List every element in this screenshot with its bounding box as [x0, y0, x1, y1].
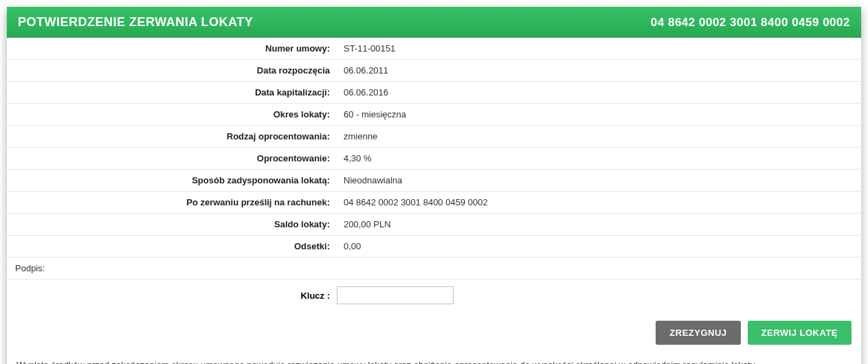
- value-interest: 0,00: [337, 236, 861, 257]
- row-start-date: Data rozpoczęcia 06.06.2011: [7, 60, 861, 82]
- label-balance: Saldo lokaty:: [7, 214, 337, 235]
- value-transfer-to: 04 8642 0002 3001 8400 0459 0002: [337, 192, 861, 213]
- row-deposit-period: Okres lokaty: 60 - miesięczna: [7, 104, 861, 126]
- row-contract-number: Numer umowy: ST-11-00151: [7, 38, 861, 60]
- row-disposal: Sposób zadysponowania lokatą: Nieodnawia…: [7, 170, 861, 192]
- label-deposit-period: Okres lokaty:: [7, 104, 337, 125]
- value-start-date: 06.06.2011: [337, 60, 861, 81]
- label-capitalization-date: Data kapitalizacji:: [7, 82, 337, 103]
- cancel-button[interactable]: ZREZYGNUJ: [656, 321, 740, 345]
- row-balance: Saldo lokaty: 200,00 PLN: [7, 214, 861, 236]
- row-key: Klucz :: [7, 280, 861, 317]
- panel-title: POTWIERDZENIE ZERWANIA LOKATY: [18, 15, 253, 30]
- actions-bar: ZREZYGNUJ ZERWIJ LOKATĘ: [7, 317, 861, 354]
- signature-label: Podpis:: [7, 258, 861, 280]
- label-interest: Odsetki:: [7, 236, 337, 257]
- value-disposal: Nieodnawialna: [337, 170, 861, 191]
- row-transfer-to: Po zerwaniu prześlij na rachunek: 04 864…: [7, 192, 861, 214]
- label-transfer-to: Po zerwaniu prześlij na rachunek:: [7, 192, 337, 213]
- value-rate-type: zmienne: [337, 126, 861, 147]
- label-key: Klucz :: [7, 291, 337, 301]
- label-contract-number: Numer umowy:: [7, 38, 337, 59]
- details-section: Numer umowy: ST-11-00151 Data rozpoczęci…: [7, 38, 861, 317]
- label-start-date: Data rozpoczęcia: [7, 60, 337, 81]
- value-balance: 200,00 PLN: [337, 214, 861, 235]
- value-deposit-period: 60 - miesięczna: [337, 104, 861, 125]
- row-rate-type: Rodzaj oprocentowania: zmienne: [7, 126, 861, 148]
- panel-header: POTWIERDZENIE ZERWANIA LOKATY 04 8642 00…: [7, 7, 861, 38]
- row-interest: Odsetki: 0,00: [7, 236, 861, 258]
- label-disposal: Sposób zadysponowania lokatą:: [7, 170, 337, 191]
- value-contract-number: ST-11-00151: [337, 38, 861, 59]
- label-rate: Oprocentowanie:: [7, 148, 337, 169]
- value-rate: 4,30 %: [337, 148, 861, 169]
- confirmation-panel: POTWIERDZENIE ZERWANIA LOKATY 04 8642 00…: [7, 7, 861, 364]
- confirm-button[interactable]: ZERWIJ LOKATĘ: [748, 321, 852, 345]
- row-rate: Oprocentowanie: 4,30 %: [7, 148, 861, 170]
- panel-account-number: 04 8642 0002 3001 8400 0459 0002: [651, 16, 850, 30]
- footer-note: Wypłata środków przed zakończeniem okres…: [7, 354, 861, 364]
- value-capitalization-date: 06.06.2016: [337, 82, 861, 103]
- row-capitalization-date: Data kapitalizacji: 06.06.2016: [7, 82, 861, 104]
- label-rate-type: Rodzaj oprocentowania:: [7, 126, 337, 147]
- key-input[interactable]: [337, 286, 454, 304]
